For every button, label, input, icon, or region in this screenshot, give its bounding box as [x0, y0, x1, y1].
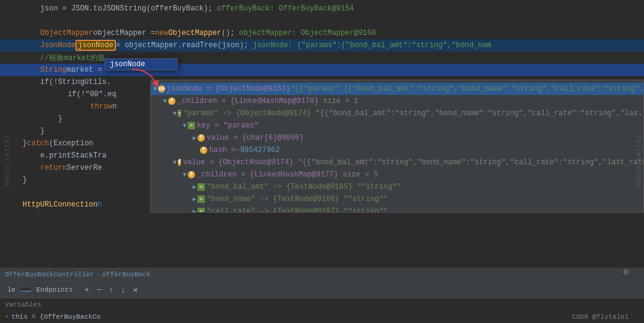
status-text: CSDN @flytalei: [572, 313, 629, 321]
code-comment: offerBuyBack: OfferBuyBack@9154: [217, 4, 354, 13]
tree-bn-val: ""string"": [343, 195, 388, 203]
tree-cr-val: ""string"": [343, 207, 388, 212]
code-line-4: JsonNode jsonNode = objectMapper.readTre…: [0, 39, 644, 51]
debug-tree: oo jsonNode = {ObjectNode@9163} "{{"para…: [151, 80, 643, 212]
toolbar-btn-down[interactable]: ↓: [117, 284, 129, 296]
tree-expand-params[interactable]: [173, 110, 177, 117]
tree-children2-row[interactable]: f _children = {LinkedHashMap@9177} size …: [151, 169, 643, 181]
map-icon-3: =: [197, 183, 205, 191]
code-comment4: //校验market的值: [5, 53, 105, 63]
autocomplete-popup[interactable]: jsonNode: [104, 58, 178, 70]
tree-root-row[interactable]: oo jsonNode = {ObjectNode@9163} "{{"para…: [151, 83, 643, 95]
tree-key-label: key = "params": [197, 121, 259, 130]
tree-expand-bn[interactable]: [193, 196, 196, 203]
gear-icon[interactable]: ⚙: [624, 267, 629, 277]
tree-value-char[interactable]: f value = {char[6]@9096}: [151, 132, 643, 144]
tree-children-row[interactable]: f _children = {LinkedHashMap@9170} size …: [151, 95, 643, 107]
var-expand-icon[interactable]: +: [5, 313, 9, 321]
code-line-6: String market = →: [0, 64, 644, 76]
toolbar-row: le Endpoints + − ↑ ↓ ✕: [0, 282, 644, 299]
tree-expand-key[interactable]: [183, 123, 186, 129]
code-comment3: jsonNode: {"params":{"bond_bal_amt":"str…: [253, 41, 491, 50]
main-container: json = JSON.toJSONString(offerBuyBack); …: [0, 0, 644, 323]
code-brace3: }: [5, 176, 27, 184]
toolbar-btn-close[interactable]: ✕: [129, 284, 142, 296]
tree-value-obj[interactable]: f value = {ObjectNode@9174} "{{"bond_bal…: [151, 156, 643, 169]
code-type: JsonNode: [5, 41, 75, 50]
tree-bond-name[interactable]: = "bond_name" -> {TextNode@9186} ""strin…: [151, 193, 643, 205]
code-editor: json = JSON.toJSONString(offerBuyBack); …: [0, 0, 644, 268]
obj-icon: oo: [158, 85, 165, 93]
toolbar-btn-add[interactable]: +: [81, 284, 93, 296]
tree-expand-ch2[interactable]: [183, 172, 186, 178]
tree-expand-cr[interactable]: [193, 208, 196, 212]
map-icon-2: =: [188, 122, 195, 129]
code-catch2: (Exception: [49, 139, 93, 148]
tree-expand-bb[interactable]: [193, 183, 196, 191]
variables-label: Variables: [5, 301, 41, 308]
code-type2: String: [5, 66, 67, 74]
code-class: ObjectMapper: [168, 29, 221, 37]
status-bar: CSDN @flytalei: [572, 311, 629, 323]
code-line-blank: [0, 15, 644, 27]
debug-vars-row: + this = {OfferBuyBackCo: [0, 311, 644, 323]
tree-hash-label: hash =: [209, 146, 236, 154]
tree-expand-obj[interactable]: [173, 159, 177, 166]
map-icon: =: [178, 110, 181, 117]
tree-ch2-label: _children = {LinkedHashMap@9177}: [197, 170, 343, 179]
toolbar-btn-up[interactable]: ↑: [105, 284, 117, 296]
breadcrumb-controller[interactable]: OfferBuyBackController: [5, 271, 94, 278]
tab-endpoints[interactable]: Endpoints: [31, 285, 78, 295]
code-text: json = JSON.toJSONString(offerBuyBack);: [5, 4, 217, 13]
code-line-5: //校验market的值: [0, 51, 644, 64]
tree-expand-children[interactable]: [163, 98, 167, 105]
tree-cr-label: "call_rate" -> {TextNode@9187}: [207, 207, 343, 212]
code-text7: if(!StringUtils.: [5, 78, 111, 86]
code-line-3: ObjectMapper objectMapper = new ObjectMa…: [0, 27, 644, 39]
tree-params-row[interactable]: = "params" -> {ObjectNode@9174} "{{"bond…: [151, 107, 643, 120]
tree-key-params[interactable]: = key = "params": [151, 120, 643, 132]
breadcrumb-method[interactable]: offerBuyBack: [102, 271, 150, 278]
tree-char-label: value = {char[6]@9096}: [207, 134, 304, 142]
tab-le[interactable]: [21, 288, 31, 292]
tree-bn-label: "bond_name" -> {TextNode@9186}: [207, 195, 343, 203]
code-keyword: ObjectMapper: [5, 29, 93, 37]
tab-on[interactable]: le: [2, 285, 21, 295]
tree-bb-label: "bond_bal_amt" -> {TextNode@9185}: [207, 183, 357, 191]
variables-panel: Variables: [0, 298, 644, 311]
code-var: market =: [67, 66, 102, 74]
tree-size: size = 1: [323, 97, 359, 105]
tree-expand-char[interactable]: [193, 134, 196, 142]
tree-bond-bal[interactable]: = "bond_bal_amt" -> {TextNode@9185} ""st…: [151, 181, 643, 193]
code-text13: e.printStackTra: [5, 151, 107, 160]
var-this-text[interactable]: this = {OfferBuyBackCo: [12, 313, 101, 321]
obj-icon-4: f: [200, 146, 207, 154]
code-brace1: }: [5, 115, 63, 123]
toolbar-btn-minus[interactable]: −: [93, 284, 105, 296]
tree-params-key: "params" -> {ObjectNode@9174}: [183, 109, 315, 118]
tree-hash-row[interactable]: f hash = -995427962: [151, 144, 643, 156]
tree-obj-val: "{{"bond_bal_amt":"string","bond_name":"…: [298, 158, 643, 167]
obj-icon-3: f: [197, 134, 205, 142]
code-catch: catch: [27, 139, 49, 148]
tree-children-label: _children = {LinkedHashMap@9170}: [177, 97, 323, 105]
tree-bb-val: ""string"": [357, 183, 401, 191]
tree-ch2-size: size = 5: [343, 170, 378, 179]
tree-hash-value: -995427962: [236, 146, 280, 154]
code-throw2: n: [112, 102, 117, 111]
tree-root-value: "{{"params":{{"bond_bal_amt":"string","b…: [290, 85, 643, 93]
tree-root-label: jsonNode = {ObjectNode@9163}: [167, 85, 291, 93]
tree-obj-label: value = {ObjectNode@9174}: [183, 158, 297, 167]
code-http2: h: [98, 200, 102, 209]
code-text8: if(!"00".eq: [15, 90, 117, 99]
obj-icon-6: f: [188, 171, 195, 178]
debug-panel: oo jsonNode = {ObjectNode@9163} "{{"para…: [150, 80, 644, 213]
bottom-area: OfferBuyBackController › offerBuyBack le…: [0, 268, 644, 323]
breadcrumb-bar: OfferBuyBackController › offerBuyBack: [0, 268, 644, 282]
code-throw: throw: [20, 102, 112, 111]
tree-expand-icon[interactable]: [153, 86, 157, 93]
code-assign: = objectMapper.readTree(json);: [116, 41, 253, 50]
autocomplete-item-jsonnode[interactable]: jsonNode: [105, 59, 177, 70]
map-icon-4: =: [197, 196, 205, 203]
tree-call-rate[interactable]: = "call_rate" -> {TextNode@9187} ""strin…: [151, 205, 643, 212]
